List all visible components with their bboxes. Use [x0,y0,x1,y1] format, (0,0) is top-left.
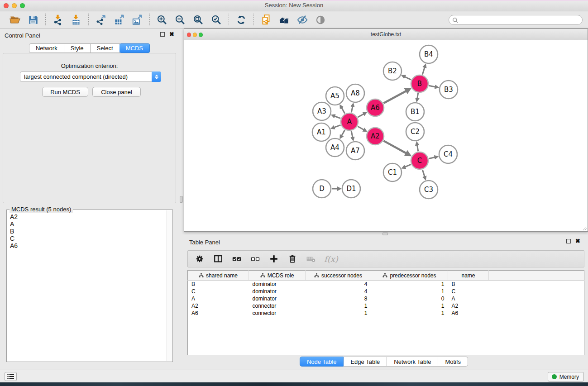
graph-node-D1[interactable]: D1 [342,180,360,198]
graph-edge-A-A3[interactable] [334,116,340,118]
table-cell[interactable]: A2 [448,302,489,310]
graph-node-A5[interactable]: A5 [326,87,344,105]
graph-node-B4[interactable]: B4 [420,45,438,63]
graph-node-B3[interactable]: B3 [440,81,458,99]
table-cell[interactable]: 1 [306,302,371,310]
mcds-result-item[interactable]: B [10,228,166,235]
mcds-list-scrollbar[interactable] [167,210,172,361]
table-cell[interactable]: connector [249,302,306,310]
graph-node-D[interactable]: D [313,180,331,198]
unselect-all-columns-button[interactable] [250,253,261,264]
optimization-criterion-select[interactable]: largest connected component (directed) [20,71,161,82]
graph-node-B2[interactable]: B2 [383,62,402,80]
table-cell[interactable]: C [448,288,489,295]
graph-node-A3[interactable]: A3 [313,102,331,120]
table-cell[interactable]: A6 [448,310,489,317]
create-column-button[interactable] [268,253,279,264]
tab-node-table[interactable]: Node Table [300,357,344,367]
zoom-selected-button[interactable] [209,13,224,27]
column-header-predecessor-nodes[interactable]: predecessor nodes [371,271,448,281]
table-cell[interactable]: A [188,295,249,302]
table-cell[interactable]: B [188,281,249,288]
table-cell[interactable]: 8 [306,295,371,302]
table-cell[interactable]: C [188,288,249,295]
table-cell[interactable]: dominator [249,288,306,295]
graph-node-A2[interactable]: A2 [367,128,384,145]
search-input[interactable] [449,15,583,25]
graph-edge-B-B4[interactable] [422,67,425,75]
table-cell[interactable]: A [448,295,489,302]
graph-node-C4[interactable]: C4 [439,145,457,163]
graph-edge-A-A5[interactable] [341,107,345,113]
table-row[interactable]: A6connector11A6 [188,310,584,317]
column-header-successor-nodes[interactable]: successor nodes [306,271,371,281]
horizontal-splitter-grip[interactable] [382,232,388,235]
table-cell[interactable]: 1 [371,302,448,310]
tab-network[interactable]: Network [29,43,64,53]
graph-edge-B-B1[interactable] [417,93,418,99]
zoom-out-button[interactable] [172,13,188,27]
vertical-splitter-grip[interactable] [180,196,183,203]
tab-select[interactable]: Select [91,43,120,53]
table-row[interactable]: Cdominator41C [188,288,584,295]
network-window-titlebar[interactable]: testGlobe.txt [184,29,588,40]
open-session-button[interactable] [7,13,23,27]
tab-mcds[interactable]: MCDS [120,43,150,53]
close-table-panel-icon[interactable]: ✖ [575,239,580,243]
column-view-button[interactable] [213,253,224,264]
graph-edge-A-A4[interactable] [341,130,345,136]
table-cell[interactable]: 1 [371,288,448,295]
mcds-result-item[interactable]: A [10,220,166,228]
graph-node-C[interactable]: C [411,152,428,169]
column-header-MCDS-role[interactable]: MCDS role [249,271,306,281]
float-panel-icon[interactable] [160,32,165,37]
table-cell[interactable]: dominator [249,295,306,302]
table-cell[interactable]: 4 [306,288,371,295]
save-session-button[interactable] [25,13,41,27]
table-cell[interactable]: A6 [188,310,249,317]
table-cell[interactable]: A2 [188,302,249,310]
graph-edge-A-A1[interactable] [334,125,340,128]
table-cell[interactable]: 4 [306,281,371,288]
table-row[interactable]: A2connector11A2 [188,302,584,310]
table-cell[interactable]: 1 [306,310,371,317]
table-row[interactable]: Adominator80A [188,295,584,302]
delete-table-button[interactable] [306,253,316,264]
table-cell[interactable]: B [448,281,489,288]
graph-node-C1[interactable]: C1 [383,163,402,181]
function-builder-button[interactable]: f(x) [324,254,338,264]
table-settings-button[interactable] [194,253,205,264]
graph-edge-C-C1[interactable] [405,164,411,167]
graph-edge-A-A8[interactable] [351,106,353,112]
graph-node-C2[interactable]: C2 [406,123,424,141]
delete-column-button[interactable] [287,253,298,264]
memory-button[interactable]: Memory [548,372,584,381]
table-cell[interactable]: connector [249,310,306,317]
tab-edge-table[interactable]: Edge Table [344,357,387,367]
tab-network-table[interactable]: Network Table [387,357,438,367]
graph-edge-C-C4[interactable] [429,157,435,158]
graph-node-A1[interactable]: A1 [312,123,330,141]
mcds-result-item[interactable]: A6 [10,242,166,249]
column-header-name[interactable]: name [448,271,489,281]
column-header-shared-name[interactable]: shared name [188,271,249,281]
close-panel-button[interactable]: Close panel [92,87,141,97]
float-table-panel-icon[interactable] [566,239,571,243]
resize-grip-icon[interactable] [583,226,587,231]
import-network-button[interactable] [50,13,66,27]
table-cell[interactable]: 1 [371,281,448,288]
graph-node-B[interactable]: B [411,75,428,92]
show-graphics-details-button[interactable] [313,13,328,27]
graph-edge-A-A7[interactable] [351,131,353,138]
graph-edge-A2-C[interactable] [383,141,407,153]
graph-node-A4[interactable]: A4 [326,138,344,157]
import-table-button[interactable] [68,13,84,27]
graph-edge-C-C3[interactable] [422,170,425,177]
home-button[interactable] [277,13,292,27]
run-mcds-button[interactable]: Run MCDS [42,87,88,97]
graph-node-A6[interactable]: A6 [367,99,384,116]
graph-edge-A6-B[interactable] [383,91,406,103]
mcds-result-item[interactable]: C [10,235,166,242]
export-network-button[interactable] [93,13,109,27]
graph-node-A[interactable]: A [341,113,358,130]
